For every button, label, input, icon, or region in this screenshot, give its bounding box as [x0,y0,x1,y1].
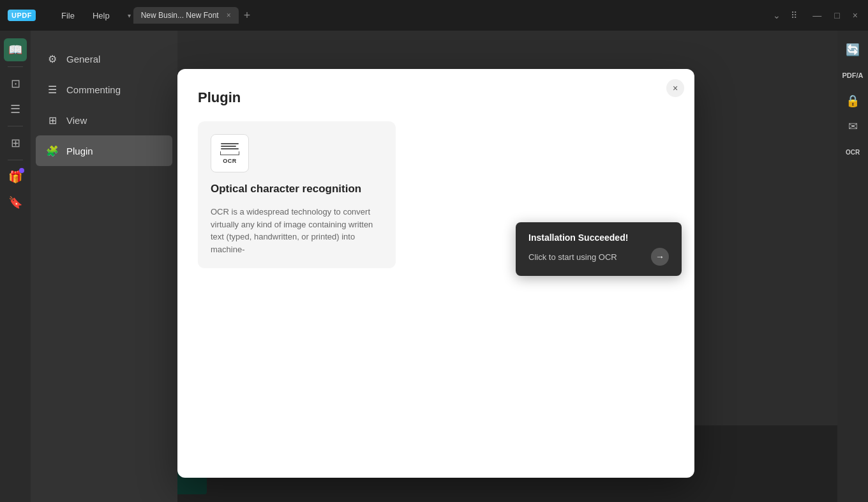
sidebar-icon-scan[interactable]: ⊡ [4,72,27,95]
tab-title: New Busin... New Font [141,11,219,20]
sidebar-icon-gift[interactable]: 🎁 [4,165,27,188]
help-menu[interactable]: Help [85,8,117,23]
dropdown-icon[interactable]: ⌄ [773,10,781,20]
titlebar: UPDF File Help ▾ New Busin... New Font ×… [0,0,868,31]
lock-icon: 🔒 [846,94,860,108]
toast-body: Click to start using OCR → [528,248,669,266]
sidebar-divider-2 [8,126,23,126]
ocr-label-text: OCR [223,158,237,164]
sidebar-icon-list[interactable]: ☰ [4,98,27,121]
commenting-icon: ☰ [46,83,59,96]
ocr-right-icon: OCR [846,149,860,156]
close-button[interactable]: × [850,9,860,22]
pages-icon: ⊞ [11,136,20,150]
general-icon: ⚙ [46,52,59,65]
main-layout: 📖 ⊡ ☰ ⊞ 🎁 🔖 [0,31,868,502]
titlebar-controls: ⌄ ⠿ [773,10,797,20]
right-icon-lock[interactable]: 🔒 [841,89,864,112]
right-icon-pdfa[interactable]: PDF/A [841,64,864,87]
left-sidebar: 📖 ⊡ ☰ ⊞ 🎁 🔖 [0,31,31,502]
ocr-line [221,146,236,147]
plugin-card-description: OCR is a widespread technology to conver… [211,206,383,255]
ocr-line [221,148,239,149]
settings-item-general[interactable]: ⚙ General [31,43,177,74]
book-icon: 📖 [8,43,22,57]
right-sidebar: 🔄 PDF/A 🔒 ✉ OCR [837,31,868,502]
installation-toast: Installation Succeeded! Click to start u… [516,222,682,276]
ocr-icon-box: OCR [211,134,249,172]
maximize-button[interactable]: □ [832,9,842,22]
ocr-icon: OCR [220,143,239,164]
toast-arrow-button[interactable]: → [651,248,669,266]
right-icon-sync[interactable]: 🔄 [841,38,864,61]
settings-sidebar: ⚙ General ☰ Commenting ⊞ View 🧩 Plugin [31,31,177,502]
settings-item-plugin[interactable]: 🧩 Plugin [36,135,172,166]
tab-arrow-icon[interactable]: ▾ [128,12,131,19]
settings-label-general: General [66,54,100,65]
toolbar-extra-icon[interactable]: ⠿ [791,10,797,20]
tab-close-button[interactable]: × [227,11,231,20]
sidebar-divider-1 [8,66,23,67]
file-menu[interactable]: File [54,8,82,23]
pdfa-icon: PDF/A [842,72,864,79]
view-icon: ⊞ [46,114,59,126]
list-icon: ☰ [10,102,20,116]
settings-item-view[interactable]: ⊞ View [31,105,177,135]
content-area: ⚙ General ☰ Commenting ⊞ View 🧩 Plugin [31,31,837,502]
app-logo: UPDF [8,10,36,21]
ocr-scan-line [220,151,239,155]
scan-icon: ⊡ [11,77,20,91]
sidebar-icon-pages[interactable]: ⊞ [4,132,27,155]
settings-label-view: View [66,115,87,126]
titlebar-nav: File Help [54,8,117,23]
mail-icon: ✉ [848,119,858,133]
plugin-card-ocr: OCR Optical character recognition OCR is… [198,121,396,268]
settings-label-plugin: Plugin [66,146,93,156]
updf-logo-text: UPDF [8,10,36,21]
sidebar-icon-bookmark[interactable]: 🔖 [4,191,27,214]
ocr-lines [221,143,239,149]
dialog-close-button[interactable]: × [666,79,684,97]
right-icon-mail[interactable]: ✉ [841,115,864,138]
right-icon-ocr[interactable]: OCR [841,141,864,164]
bookmark-icon: 🔖 [8,195,22,209]
plugin-dialog: × Plugin OCR O [177,69,694,478]
plugin-card-title: Optical character recognition [211,183,383,195]
ocr-line [221,143,239,144]
dialog-title: Plugin [198,89,674,106]
tab-bar: ▾ New Busin... New Font × + [128,7,445,24]
toast-title: Installation Succeeded! [528,232,669,243]
add-tab-button[interactable]: + [244,9,251,22]
settings-panel: ⚙ General ☰ Commenting ⊞ View 🧩 Plugin [31,31,837,502]
settings-label-commenting: Commenting [66,84,121,95]
toast-message: Click to start using OCR [528,252,617,262]
plugin-icon: 🧩 [46,144,59,157]
settings-item-commenting[interactable]: ☰ Commenting [31,74,177,105]
sync-icon: 🔄 [846,43,860,57]
sidebar-icon-book[interactable]: 📖 [4,38,27,61]
gift-badge [19,168,24,173]
minimize-button[interactable]: — [810,9,824,22]
window-buttons: — □ × [810,9,860,22]
active-tab[interactable]: New Busin... New Font × [133,7,239,24]
sidebar-divider-3 [8,160,23,160]
